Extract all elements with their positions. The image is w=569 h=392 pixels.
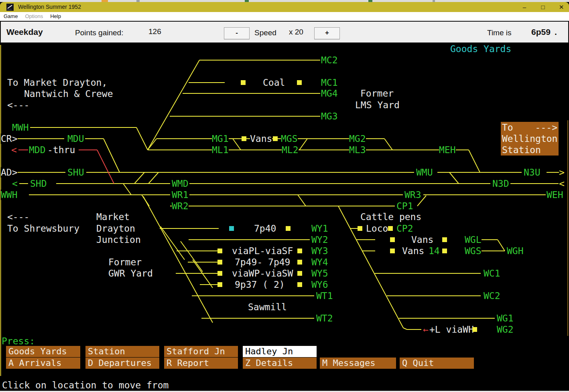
map-label-weh[interactable]: WEH	[547, 190, 563, 200]
map-label-mgs[interactable]: MGS	[281, 133, 298, 144]
button-z-details[interactable]: Z Details	[243, 358, 317, 369]
map-label-mg2[interactable]: MG2	[349, 133, 366, 144]
button-r-report[interactable]: R Report	[164, 358, 238, 369]
app-window: Wellington Summer 1952 – □ ✕ GameOptions…	[0, 0, 569, 392]
map-label-n3d[interactable]: N3D	[492, 178, 509, 189]
wagon-marker-selected[interactable]	[229, 226, 234, 231]
button-hadley-jn[interactable]: Hadley Jn	[243, 346, 317, 357]
map-label-wy5[interactable]: WY5	[311, 268, 328, 279]
wagon-marker[interactable]	[297, 260, 302, 265]
map-label-ml1[interactable]: ML1	[212, 145, 229, 155]
map-label-cp2[interactable]: CP2	[396, 223, 413, 234]
map-label-wr2[interactable]: WR2	[172, 201, 189, 211]
map-label-wc1[interactable]: WC1	[484, 268, 500, 279]
map-label-drayton: Drayton	[96, 223, 135, 234]
wagon-marker[interactable]	[388, 226, 393, 231]
map-label-meh[interactable]: MEH	[439, 145, 456, 155]
map-symbol-40: <---	[7, 212, 29, 222]
button-d-departures[interactable]: D Departures	[85, 358, 159, 369]
map-symbol-11: <	[12, 178, 18, 189]
wagon-marker[interactable]	[297, 271, 302, 276]
map-label-wt1[interactable]: WT1	[316, 291, 333, 301]
button-goods-yards[interactable]: Goods Yards	[6, 346, 80, 357]
wagon-marker[interactable]	[358, 226, 362, 231]
track-segment	[469, 150, 480, 172]
button-q-quit[interactable]: Q Quit	[400, 358, 474, 369]
map-label-mg4[interactable]: MG4	[321, 88, 338, 99]
track-segment	[403, 328, 407, 329]
map-label-wmd[interactable]: WMD	[172, 178, 189, 189]
map-label-ml2[interactable]: ML2	[282, 145, 299, 155]
wagon-marker[interactable]	[217, 260, 222, 265]
wagon-marker[interactable]	[286, 226, 291, 231]
wagon-marker[interactable]	[297, 249, 302, 253]
wagon-marker[interactable]	[217, 249, 222, 253]
map-label-wwh[interactable]: WWH	[1, 190, 18, 200]
map-label-mdu[interactable]: MDU	[67, 133, 84, 144]
track-segment	[498, 240, 505, 251]
wagon-marker[interactable]	[297, 80, 302, 85]
map-label-mwh[interactable]: MWH	[12, 122, 29, 133]
wagon-marker[interactable]	[273, 136, 278, 141]
button-stafford-jn[interactable]: Stafford Jn	[164, 346, 238, 357]
map-label-gwr-yard: GWR Yard	[108, 268, 153, 279]
map-symbol-31: >	[559, 167, 565, 178]
map-label-cattle-pens: Cattle pens	[360, 212, 421, 222]
map-label-sawmill: Sawmill	[248, 302, 287, 312]
map-label-shu[interactable]: SHU	[67, 167, 84, 178]
map-label-mc1[interactable]: MC1	[321, 77, 338, 88]
map-label-market: Market	[96, 212, 130, 222]
button-m-messages[interactable]: M Messages	[320, 358, 396, 369]
map-symbol-2: <---	[7, 100, 29, 110]
map-label-wy4[interactable]: WY4	[311, 257, 328, 267]
map-label-wgs[interactable]: WGS	[465, 246, 482, 256]
track-segment	[449, 172, 459, 184]
wagon-marker[interactable]	[217, 282, 222, 287]
wagon-marker[interactable]	[241, 80, 246, 85]
map-label-shd[interactable]: SHD	[30, 178, 47, 189]
map-label-wgh[interactable]: WGH	[507, 246, 524, 256]
wagon-marker[interactable]	[297, 282, 302, 287]
button-station[interactable]: Station	[85, 346, 159, 357]
map-label-wt2[interactable]: WT2	[316, 313, 333, 323]
button-a-arrivals[interactable]: A Arrivals	[6, 358, 80, 369]
wagon-marker[interactable]	[442, 249, 447, 253]
track-segment	[143, 196, 213, 323]
wagon-marker[interactable]	[442, 237, 447, 242]
map-label-viapl-viasf: viaPL-viaSF	[232, 246, 293, 256]
map-label-wmu[interactable]: WMU	[416, 167, 433, 178]
map-label-wy1[interactable]: WY1	[311, 223, 328, 234]
map-label-n3u[interactable]: N3U	[524, 167, 541, 178]
map-label-wg1[interactable]: WG1	[497, 313, 514, 323]
map-label-cp1[interactable]: CP1	[396, 201, 413, 211]
wagon-marker[interactable]	[390, 237, 395, 242]
map-label-wgl[interactable]: WGL	[465, 234, 482, 245]
map-label-junction: Junction	[96, 234, 141, 245]
right-arrow-icon: --->	[535, 122, 557, 133]
dest-to-label: To	[502, 122, 513, 133]
map-label-wg2[interactable]: WG2	[497, 324, 514, 335]
map-label-7p49-7p49: 7p49- 7p49	[235, 257, 290, 267]
map-label-mg3[interactable]: MG3	[321, 111, 338, 121]
map-label-ml3[interactable]: ML3	[349, 145, 366, 155]
map-label-mg1[interactable]: MG1	[212, 133, 229, 144]
map-label-wy2[interactable]: WY2	[311, 234, 328, 245]
track-segment	[148, 172, 159, 184]
map-label-wc2[interactable]: WC2	[484, 291, 500, 301]
map-symbol-34: <	[559, 178, 565, 189]
map-label-vans: Vans	[250, 133, 272, 144]
prompt-text: Click on location to move from	[2, 380, 169, 390]
map-label-mdd[interactable]: MDD	[29, 145, 46, 155]
map-label-wy6[interactable]: WY6	[311, 279, 328, 290]
map-label-wy3[interactable]: WY3	[311, 246, 328, 256]
map-label-mc2[interactable]: MC2	[321, 55, 338, 65]
map-label-wr1[interactable]: WR1	[172, 190, 189, 200]
wagon-marker[interactable]	[242, 136, 246, 141]
wagon-marker[interactable]	[217, 271, 222, 276]
map-label-wr3[interactable]: WR3	[404, 190, 421, 200]
map-label-lms-yard: LMS Yard	[355, 100, 400, 110]
wagon-marker[interactable]	[472, 327, 477, 332]
to-wellington-station-link[interactable]: To ---> Wellington Station	[501, 122, 559, 156]
track-segment	[161, 226, 185, 260]
wagon-marker[interactable]	[390, 249, 395, 253]
